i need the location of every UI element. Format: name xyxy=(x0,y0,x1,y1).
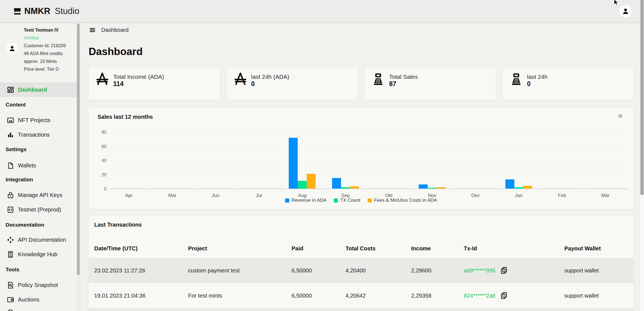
legend-label: Fees & MinUtxo Costs in ADA xyxy=(374,198,437,203)
legend-item-fees-minutxo-costs-in-ada[interactable]: Fees & MinUtxo Costs in ADA xyxy=(368,198,437,203)
sidebar-item-transactions[interactable]: Transactions xyxy=(0,127,77,142)
cash-register-icon xyxy=(509,72,523,86)
legend-swatch xyxy=(334,198,338,203)
bar-tx-count-aug xyxy=(298,181,307,189)
stat-card-label: Total Sales xyxy=(389,73,418,80)
stat-cards-row: Total Income (ADA)114last 24h (ADA)0Tota… xyxy=(89,67,634,100)
copy-icon xyxy=(500,291,508,300)
cell-project: custom payment test xyxy=(188,267,292,274)
table-title: Last Transactions xyxy=(94,222,142,228)
column-header-total-costs: Total Costs xyxy=(345,245,411,252)
nmkr-logo[interactable]: NMKRStudio xyxy=(13,6,79,16)
ada-icon xyxy=(233,72,247,86)
sidebar-section-tools: Tools xyxy=(6,262,19,277)
tx-id-link[interactable]: ad9******995 xyxy=(464,267,495,274)
x-axis-tick xyxy=(411,189,411,191)
sidebar-item-api-documentation[interactable]: API Documentation xyxy=(0,232,77,247)
stat-card-value: 0 xyxy=(251,80,290,88)
breadcrumb-label: Dashboard xyxy=(101,27,129,33)
x-axis-line xyxy=(109,188,628,189)
column-header-tx-id: Tx-Id xyxy=(464,245,564,252)
brand-name-bold: NMKR xyxy=(24,6,50,16)
sidebar-item-wallets[interactable]: Wallets xyxy=(0,158,77,173)
main-content: Dashboard Dashboard Total Income (ADA)11… xyxy=(81,22,640,311)
bar-revenue-in-ada-nov xyxy=(419,184,428,189)
sidebar-item-knowledge-hub[interactable]: Knowledge Hub xyxy=(0,247,77,262)
cell-tx-id: 824******2a8 xyxy=(464,291,564,300)
code-clipboard-icon xyxy=(7,206,14,213)
table-row: 23.02.2023 11:27:26custom payment test6,… xyxy=(89,258,634,283)
sidebar-item-label: Wallets xyxy=(18,162,36,169)
sidebar-item-auctions[interactable]: Auctions xyxy=(0,292,77,307)
chart-menu-icon[interactable] xyxy=(617,114,623,118)
cell-paid: 6,50000 xyxy=(292,267,345,274)
sidebar-item-partial[interactable] xyxy=(0,305,77,311)
x-axis-tick xyxy=(584,189,584,191)
cell-paid: 6,50000 xyxy=(292,293,345,299)
sidebar-scrollbar-thumb[interactable] xyxy=(77,24,80,275)
stat-card-last-24h: last 24h0 xyxy=(503,67,634,100)
column-header-paid: Paid xyxy=(292,245,345,252)
sidebar-section-documentation: Documentation xyxy=(6,218,44,232)
sidebar-section-integration: Integration xyxy=(6,172,33,187)
sidebar-item-dashboard[interactable]: Dashboard xyxy=(0,82,77,97)
x-axis-tick xyxy=(194,189,194,191)
nmkr-studio-app: NMKRStudio .brand > span[data-name="bran… xyxy=(0,0,644,311)
bar-revenue-in-ada-jan xyxy=(505,179,514,189)
copy-button[interactable] xyxy=(500,266,508,275)
x-axis-tick xyxy=(541,189,541,191)
legend-item-tx-count[interactable]: TX Count xyxy=(334,198,360,203)
page-scrollbar-thumb[interactable] xyxy=(640,0,644,195)
sidebar-item-manage-api-keys[interactable]: Manage API Keys xyxy=(0,188,77,202)
sidebar-item-label: Dashboard xyxy=(18,87,47,93)
legend-item-revenue-in-ada[interactable]: Revenue in ADA xyxy=(285,198,326,203)
person-icon xyxy=(622,7,629,15)
copy-icon xyxy=(500,266,508,275)
legend-label: TX Count xyxy=(340,198,360,203)
stat-card-label: last 24h (ADA) xyxy=(251,73,290,80)
bar-revenue-in-ada-aug xyxy=(289,138,298,189)
x-axis-tick xyxy=(151,189,151,191)
lock-icon xyxy=(7,191,14,199)
x-axis-tick xyxy=(324,189,324,191)
bar-fees-minutxo-costs-in-ada-nov xyxy=(437,187,446,189)
customer-id: Customer-Id: 216209 xyxy=(24,42,66,50)
stat-card-value: 87 xyxy=(389,80,418,88)
y-axis-label: 0 xyxy=(97,186,106,191)
sidebar-section-settings: Settings xyxy=(6,142,27,157)
sidebar-item-policy-snapshot[interactable]: Policy Snapshot xyxy=(0,278,77,292)
y-axis-label: 40 xyxy=(97,158,106,163)
stat-card-total-sales: Total Sales87 xyxy=(364,67,496,100)
account-avatar-button[interactable] xyxy=(619,4,632,18)
api-diamond-icon xyxy=(7,236,14,244)
x-axis-tick xyxy=(367,189,368,191)
x-axis-tick xyxy=(497,189,498,191)
sidebar-item-testnet-preprod[interactable]: Testnet (Preprod) xyxy=(0,202,77,217)
tx-id-link[interactable]: 824******2a8 xyxy=(464,293,495,299)
person-icon xyxy=(8,45,16,52)
sales-chart-card: Sales last 12 months 020406080AprMaiJunJ… xyxy=(89,108,634,209)
sidebar-item-label: Manage API Keys xyxy=(18,192,62,198)
cell-tx-id: ad9******995 xyxy=(464,266,564,275)
hamburger-menu-icon[interactable] xyxy=(89,27,96,33)
stat-card-last-24h-ada: last 24h (ADA)0 xyxy=(227,67,358,100)
bar-revenue-in-ada-sep xyxy=(332,178,341,189)
sidebar: Testi Testman IV Verified Customer-Id: 2… xyxy=(0,22,81,311)
mint-credits: 48 ADA Mint credits xyxy=(24,50,66,58)
sidebar-item-label: Knowledge Hub xyxy=(18,251,57,258)
page-scrollbar[interactable] xyxy=(640,0,644,311)
sidebar-item-nft-projects[interactable]: NFT Projects xyxy=(0,113,77,127)
chart-gridline xyxy=(109,160,628,161)
bar-chart-icon xyxy=(7,131,14,139)
sidebar-item-label: Policy Snapshot xyxy=(18,282,58,288)
column-header-date-time-utc: Date/Time (UTC) xyxy=(94,245,188,252)
user-avatar xyxy=(6,42,18,55)
book-icon xyxy=(7,251,14,258)
sidebar-scrollbar[interactable] xyxy=(77,22,80,311)
table-row: 19.01.2023 21:04:36For test mints6,50000… xyxy=(89,283,634,308)
bar-tx-count-sep xyxy=(341,187,350,189)
copy-button[interactable] xyxy=(500,291,508,300)
x-axis-tick xyxy=(237,189,238,191)
dashboard-grid-icon xyxy=(7,86,14,94)
x-axis-tick xyxy=(627,189,628,191)
